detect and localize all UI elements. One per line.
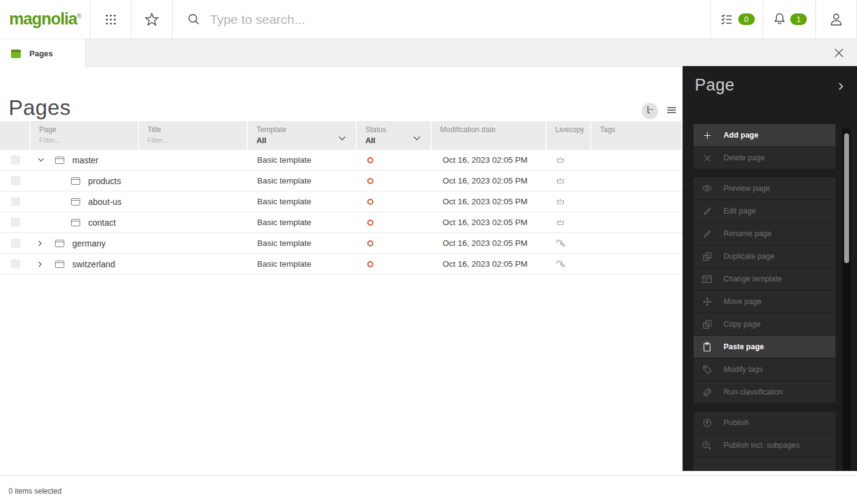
chevron-down-icon — [413, 132, 421, 143]
panel-scrollbar-track[interactable] — [842, 128, 851, 471]
tab-pages[interactable]: Pages — [0, 39, 86, 68]
column-label: Tags — [600, 125, 681, 134]
panel-scrollbar-thumb[interactable] — [844, 133, 849, 263]
livecopy-copy-icon — [556, 238, 565, 249]
title-filter-input[interactable] — [148, 136, 237, 144]
row-checkbox[interactable] — [11, 259, 20, 269]
header-select-column — [0, 121, 31, 150]
table-row-germany[interactable]: germany Basic template Oct 16, 2023 02:0… — [0, 233, 683, 254]
magnolia-logo[interactable]: magnolia® — [0, 0, 91, 39]
page-icon — [71, 219, 80, 226]
tree-view-button[interactable] — [642, 103, 658, 119]
modification-date-cell: Oct 16, 2023 02:05 PM — [432, 176, 547, 185]
header-tags-column[interactable]: Tags — [591, 121, 683, 150]
livecopy-source-icon — [556, 217, 565, 228]
page-name: about-us — [88, 197, 121, 207]
plus-icon — [702, 131, 713, 140]
page-name: germany — [72, 239, 105, 248]
search-input[interactable] — [210, 12, 710, 27]
template-cell: Basic template — [248, 239, 357, 248]
app-header: magnolia® 0 — [0, 0, 857, 39]
collapse-panel-button[interactable] — [839, 82, 844, 93]
header-title-column[interactable]: Title — [139, 121, 248, 150]
page-filter-input[interactable] — [39, 136, 128, 144]
page-name: contact — [88, 218, 116, 228]
livecopy-source-icon — [556, 155, 565, 166]
template-layout-icon — [702, 275, 713, 283]
page-icon — [71, 177, 80, 185]
header-template-column[interactable]: Template All — [248, 121, 357, 150]
action-paste-page[interactable]: Paste page — [694, 336, 836, 358]
status-unpublished-icon — [367, 178, 373, 184]
row-checkbox[interactable] — [11, 176, 20, 185]
status-unpublished-icon — [367, 157, 373, 163]
action-label: Edit page — [724, 207, 756, 215]
user-menu-button[interactable] — [816, 0, 857, 39]
favorites-button[interactable] — [132, 0, 173, 39]
action-add-page[interactable]: Add page — [694, 124, 836, 146]
app-launcher-button[interactable] — [91, 0, 132, 39]
row-checkbox[interactable] — [11, 218, 20, 227]
table-header-row: Page Title Template All Status All — [0, 121, 683, 150]
modification-date-cell: Oct 16, 2023 02:05 PM — [432, 218, 547, 227]
row-checkbox[interactable] — [11, 239, 20, 248]
column-label: Livecopy — [555, 125, 590, 134]
page-title: Pages — [9, 95, 71, 120]
expand-chevron-right-icon[interactable] — [38, 261, 44, 267]
action-label: Copy page — [724, 320, 760, 328]
table-row-switzerland[interactable]: switzerland Basic template Oct 16, 2023 … — [0, 254, 683, 275]
livecopy-source-icon — [556, 176, 565, 187]
action-item-partial — [694, 457, 836, 470]
logo-text: magnolia — [9, 10, 77, 28]
page-name: master — [72, 155, 99, 165]
table-row-products[interactable]: products Basic template Oct 16, 2023 02:… — [0, 171, 683, 191]
items-selected-text: 0 items selected — [9, 487, 62, 495]
status-unpublished-icon — [367, 240, 373, 246]
template-cell: Basic template — [248, 155, 357, 165]
modification-date-cell: Oct 16, 2023 02:05 PM — [432, 155, 547, 165]
move-arrows-icon — [702, 297, 713, 306]
action-label: Delete page — [724, 154, 765, 162]
x-icon — [702, 154, 713, 162]
notifications-button[interactable]: 1 — [763, 0, 816, 39]
global-search — [173, 0, 711, 39]
close-tab-button[interactable] — [833, 48, 845, 60]
grid-apps-icon — [103, 12, 118, 27]
view-toggles — [642, 103, 679, 119]
header-modification-date-column[interactable]: Modification date — [432, 121, 547, 150]
row-checkbox[interactable] — [11, 155, 20, 165]
header-status-column[interactable]: Status All — [357, 121, 432, 150]
page-action-panel: Page Add page Delete page Preview page E… — [683, 66, 857, 471]
modification-date-cell: Oct 16, 2023 02:05 PM — [432, 259, 547, 269]
tab-bar: Pages — [0, 39, 857, 67]
pages-app-icon — [11, 50, 21, 58]
tasks-button[interactable]: 0 — [711, 0, 763, 39]
list-view-button[interactable] — [663, 103, 679, 119]
pencil-icon — [702, 229, 713, 239]
chevron-down-icon — [339, 132, 346, 143]
action-publish-incl-subpages: Publish incl. subpages — [694, 434, 836, 456]
row-checkbox[interactable] — [11, 197, 20, 206]
table-row-master[interactable]: master Basic template Oct 16, 2023 02:05… — [0, 150, 683, 171]
livecopy-source-icon — [556, 196, 565, 207]
status-filter-select[interactable]: All — [365, 136, 430, 145]
action-label: Rename page — [724, 229, 772, 238]
table-row-contact[interactable]: contact Basic template Oct 16, 2023 02:0… — [0, 212, 683, 233]
action-change-template: Change template — [694, 268, 836, 290]
header-page-column[interactable]: Page — [31, 121, 139, 150]
template-cell: Basic template — [248, 176, 357, 185]
column-label: Title — [148, 125, 247, 134]
publish-plus-icon — [702, 440, 713, 450]
modification-date-cell: Oct 16, 2023 02:05 PM — [432, 197, 547, 206]
template-cell: Basic template — [248, 218, 357, 227]
action-label: Preview page — [724, 184, 770, 193]
header-livecopy-column[interactable]: Livecopy — [547, 121, 591, 150]
collapse-chevron-down-icon[interactable] — [38, 158, 44, 162]
page-name: switzerland — [72, 259, 115, 269]
action-label: Publish — [724, 418, 749, 427]
table-row-about-us[interactable]: about-us Basic template Oct 16, 2023 02:… — [0, 191, 683, 212]
pencil-icon — [702, 207, 713, 216]
action-copy-page: Copy page — [694, 313, 836, 335]
expand-chevron-right-icon[interactable] — [38, 240, 44, 246]
column-label: Modification date — [440, 125, 545, 134]
